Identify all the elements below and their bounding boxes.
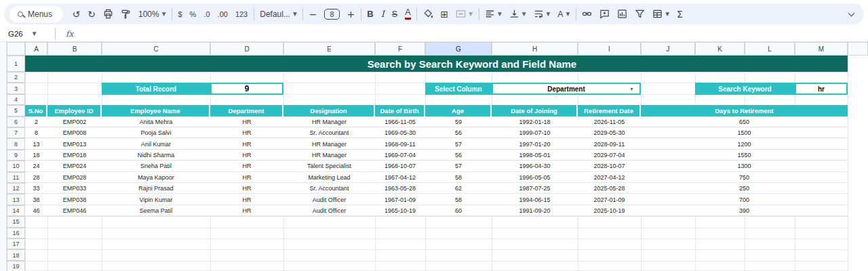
table-cell[interactable]: 1500 <box>641 127 848 138</box>
table-cell[interactable]: 28 <box>25 172 47 183</box>
row-header-8[interactable]: 8 <box>7 138 25 149</box>
table-cell[interactable]: HR Manager <box>283 138 375 149</box>
table-cell[interactable]: 57 <box>425 161 492 171</box>
table-cell[interactable]: 2 <box>25 117 47 127</box>
table-cell[interactable]: Sr. Accountant <box>283 127 375 138</box>
table-cell[interactable]: 59 <box>425 117 492 127</box>
table-cell[interactable]: Sneha Patil <box>102 161 210 171</box>
table-header-4[interactable]: Designation <box>283 105 375 117</box>
row-header-11[interactable]: 11 <box>7 172 25 183</box>
table-header-9[interactable]: Days to Retirement <box>641 105 848 117</box>
table-cell[interactable]: 650 <box>641 117 848 127</box>
table-cell[interactable]: 1991-09-20 <box>492 205 578 216</box>
table-cell[interactable]: EMP008 <box>47 127 102 138</box>
table-cell[interactable]: HR <box>210 194 283 205</box>
table-cell[interactable]: HR <box>210 150 283 161</box>
table-cell[interactable]: 46 <box>25 205 47 216</box>
table-cell[interactable]: 2028-09-11 <box>578 138 641 149</box>
table-cell[interactable]: Sr. Accountant <box>283 183 375 194</box>
table-cell[interactable]: 1999-07-10 <box>492 127 578 138</box>
row-header-4[interactable]: 4 <box>7 94 25 105</box>
table-cell[interactable]: Vipin Kumar <box>102 194 210 205</box>
table-cell[interactable]: 57 <box>425 138 492 149</box>
table-cell[interactable]: 18 <box>25 150 47 161</box>
table-cell[interactable]: 24 <box>25 161 47 171</box>
column-header-A[interactable]: A <box>25 42 47 56</box>
table-cell[interactable]: HR <box>210 205 283 216</box>
table-cell[interactable]: 1987-07-25 <box>492 183 578 194</box>
table-cell[interactable]: 1966-11-05 <box>375 117 425 127</box>
table-cell[interactable]: HR <box>210 172 283 183</box>
row-header-12[interactable]: 12 <box>7 183 25 194</box>
table-cell[interactable]: HR <box>210 117 283 127</box>
table-cell[interactable]: 56 <box>425 127 492 138</box>
table-cell[interactable]: EMP018 <box>47 150 102 161</box>
table-cell[interactable]: 13 <box>25 138 47 149</box>
column-header-F[interactable]: F <box>375 42 425 56</box>
table-cell[interactable]: Marketing Lead <box>283 172 375 183</box>
table-header-6[interactable]: Age <box>425 105 492 117</box>
table-cell[interactable]: EMP033 <box>47 183 102 194</box>
row-header-18[interactable]: 18 <box>7 249 25 260</box>
table-cell[interactable]: 1997-01-20 <box>492 138 578 149</box>
table-cell[interactable]: 1994-06-15 <box>492 194 578 205</box>
column-header-I[interactable]: I <box>578 42 641 56</box>
table-cell[interactable]: 56 <box>425 150 492 161</box>
column-header-D[interactable]: D <box>210 42 283 56</box>
row-header-13[interactable]: 13 <box>7 194 25 205</box>
table-cell[interactable]: HR <box>210 183 283 194</box>
table-cell[interactable]: 1963-05-28 <box>375 183 425 194</box>
table-cell[interactable]: Seema Patil <box>102 205 210 216</box>
table-cell[interactable]: 2025-10-19 <box>578 205 641 216</box>
table-cell[interactable]: Maya Kapoor <box>102 172 210 183</box>
table-cell[interactable]: EMP002 <box>47 117 102 127</box>
table-cell[interactable]: 2027-01-09 <box>578 194 641 205</box>
table-cell[interactable]: Rajni Prasad <box>102 183 210 194</box>
column-header-K[interactable]: K <box>695 42 745 56</box>
table-cell[interactable]: 1968-10-07 <box>375 161 425 171</box>
table-cell[interactable]: 58 <box>425 172 492 183</box>
table-cell[interactable]: Pooja Salvi <box>102 127 210 138</box>
column-header-L[interactable]: L <box>745 42 795 56</box>
table-cell[interactable]: 700 <box>641 194 848 205</box>
column-header-E[interactable]: E <box>283 42 375 56</box>
table-cell[interactable]: 1969-05-30 <box>375 127 425 138</box>
table-cell[interactable]: HR <box>210 138 283 149</box>
table-cell[interactable]: EMP046 <box>47 205 102 216</box>
table-header-8[interactable]: Retirement Date <box>578 105 641 117</box>
table-cell[interactable]: EMP038 <box>47 194 102 205</box>
table-cell[interactable]: 1992-01-18 <box>492 117 578 127</box>
table-cell[interactable]: 1996-04-30 <box>492 161 578 171</box>
table-cell[interactable]: Nidhi Sharma <box>102 150 210 161</box>
table-cell[interactable]: HR Manager <box>283 117 375 127</box>
row-header-3[interactable]: 3 <box>7 83 25 93</box>
row-header-9[interactable]: 9 <box>7 150 25 161</box>
table-cell[interactable]: 2029-05-30 <box>578 127 641 138</box>
table-cell[interactable]: 1965-10-19 <box>375 205 425 216</box>
table-cell[interactable]: HR Manager <box>283 150 375 161</box>
table-cell[interactable]: Audit Officer <box>283 205 375 216</box>
row-header-17[interactable]: 17 <box>7 238 25 249</box>
search-keyword-value[interactable]: hr <box>795 83 848 94</box>
table-cell[interactable]: 750 <box>641 172 848 183</box>
total-record-label[interactable]: Total Record <box>102 83 210 94</box>
row-header-5[interactable]: 5 <box>7 105 25 116</box>
table-cell[interactable]: 1550 <box>641 150 848 161</box>
table-cell[interactable]: Talent Specialist <box>283 161 375 171</box>
table-cell[interactable]: 1200 <box>641 138 848 149</box>
table-cell[interactable]: 1300 <box>641 161 848 171</box>
table-cell[interactable]: 1967-01-09 <box>375 194 425 205</box>
table-cell[interactable]: 33 <box>25 183 47 194</box>
column-header-G[interactable]: G <box>425 42 492 56</box>
table-cell[interactable]: 2026-11-05 <box>578 117 641 127</box>
table-header-1[interactable]: Employee ID <box>47 105 102 117</box>
table-cell[interactable]: 2029-07-04 <box>578 150 641 161</box>
table-cell[interactable]: EMP013 <box>47 138 102 149</box>
table-cell[interactable]: 1969-07-04 <box>375 150 425 161</box>
column-header-M[interactable]: M <box>795 42 848 56</box>
table-cell[interactable]: 1967-04-12 <box>375 172 425 183</box>
table-cell[interactable]: Anil Kumar <box>102 138 210 149</box>
table-cell[interactable]: 250 <box>641 183 848 194</box>
table-cell[interactable]: Audit Officer <box>283 194 375 205</box>
table-cell[interactable]: 1998-05-01 <box>492 150 578 161</box>
